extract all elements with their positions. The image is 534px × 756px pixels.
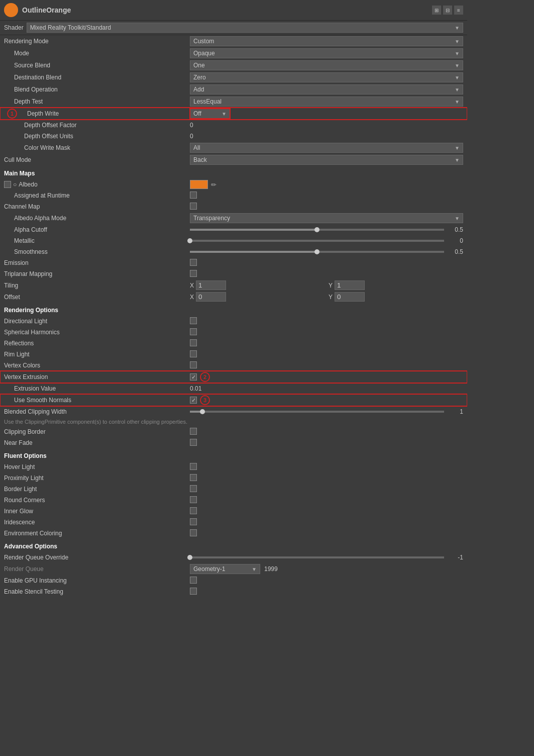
metallic-track[interactable] — [190, 240, 444, 242]
tiling-fields: X Y — [190, 280, 463, 290]
source-blend-label: Source Blend — [4, 62, 190, 69]
depth-offset-units-label: Depth Offset Units — [4, 133, 190, 140]
enable-gpu-checkbox[interactable] — [190, 577, 197, 584]
smoothness-label: Smoothness — [4, 248, 190, 255]
albedo-alpha-dropdown[interactable]: Transparency ▼ — [190, 213, 463, 223]
use-smooth-normals-row: Use Smooth Normals 3 — [0, 394, 467, 406]
proximity-light-checkbox[interactable] — [190, 474, 197, 481]
rendering-mode-label: Rendering Mode — [4, 38, 190, 45]
header-actions: ⊞ ⊟ ≡ — [432, 6, 463, 15]
offset-x-label: X — [190, 294, 194, 301]
alpha-cutoff-track[interactable] — [190, 229, 444, 231]
depth-offset-factor-row: Depth Offset Factor 0 — [0, 120, 467, 131]
alpha-cutoff-fill — [190, 229, 317, 231]
color-write-mask-dropdown[interactable]: All ▼ — [190, 143, 463, 153]
render-queue-value: 1999 — [264, 565, 278, 573]
rendering-mode-row: Rendering Mode Custom ▼ — [0, 35, 467, 47]
near-fade-checkbox[interactable] — [190, 439, 197, 446]
shader-dropdown[interactable]: Mixed Reality Toolkit/Standard ▼ — [27, 23, 463, 33]
assigned-runtime-row: Assigned at Runtime — [0, 190, 467, 201]
render-queue-row: Render Queue Geometry-1 ▼ 1999 — [0, 563, 467, 575]
blend-op-row: Blend Operation Add ▼ — [0, 83, 467, 96]
shader-label: Shader — [4, 24, 24, 31]
tiling-y-label: Y — [329, 282, 333, 289]
depth-write-dropdown[interactable]: Off ▼ — [190, 109, 230, 119]
directional-light-checkbox[interactable] — [190, 317, 197, 324]
dock-icon[interactable]: ⊟ — [443, 6, 452, 15]
offset-y-input[interactable] — [335, 292, 365, 302]
hover-light-row: Hover Light — [0, 461, 467, 472]
reflections-checkbox[interactable] — [190, 339, 197, 346]
alpha-cutoff-slider-row: 0.5 — [190, 226, 463, 233]
tiling-label: Tiling — [4, 282, 190, 289]
smoothness-track[interactable] — [190, 251, 444, 253]
triplanar-checkbox[interactable] — [190, 270, 197, 277]
rim-light-checkbox[interactable] — [190, 350, 197, 357]
albedo-alpha-row: Albedo Alpha Mode Transparency ▼ — [0, 212, 467, 224]
blend-op-dropdown[interactable]: Add ▼ — [190, 84, 463, 94]
iridescence-label: Iridescence — [4, 519, 190, 526]
material-title: OutlineOrange — [22, 6, 432, 14]
render-queue-dropdown[interactable]: Geometry-1 ▼ — [190, 564, 260, 574]
alpha-cutoff-value: 0.5 — [448, 226, 463, 233]
blend-op-label: Blend Operation — [4, 86, 190, 93]
blended-clipping-value: 1 — [448, 408, 463, 415]
spherical-harmonics-label: Spherical Harmonics — [4, 329, 190, 336]
spherical-harmonics-checkbox[interactable] — [190, 328, 197, 335]
source-blend-dropdown[interactable]: One ▼ — [190, 60, 463, 70]
metallic-value: 0 — [448, 237, 463, 244]
environment-coloring-label: Environment Coloring — [4, 530, 190, 537]
dest-blend-dropdown[interactable]: Zero ▼ — [190, 72, 463, 82]
albedo-alpha-label: Albedo Alpha Mode — [4, 215, 190, 222]
depth-test-row: Depth Test LessEqual ▼ — [0, 96, 467, 108]
depth-test-dropdown[interactable]: LessEqual ▼ — [190, 97, 463, 107]
enable-stencil-label: Enable Stencil Testing — [4, 588, 190, 595]
albedo-checkbox[interactable] — [4, 181, 11, 188]
alpha-cutoff-thumb[interactable] — [314, 227, 319, 232]
emission-row: Emission — [0, 257, 467, 268]
border-light-label: Border Light — [4, 486, 190, 493]
rim-light-label: Rim Light — [4, 351, 190, 358]
vertex-extrusion-checkbox[interactable] — [190, 373, 197, 381]
offset-x-input[interactable] — [196, 292, 226, 302]
enable-gpu-row: Enable GPU Instancing — [0, 575, 467, 586]
cull-mode-dropdown[interactable]: Back ▼ — [190, 155, 463, 165]
round-corners-checkbox[interactable] — [190, 496, 197, 503]
use-smooth-normals-checkbox[interactable] — [190, 397, 197, 404]
smoothness-thumb[interactable] — [314, 249, 319, 254]
assigned-runtime-checkbox[interactable] — [190, 192, 197, 199]
border-light-row: Border Light — [0, 484, 467, 495]
rendering-mode-dropdown[interactable]: Custom ▼ — [190, 36, 463, 46]
hover-light-checkbox[interactable] — [190, 463, 197, 470]
inner-glow-checkbox[interactable] — [190, 507, 197, 514]
select-icon[interactable]: ⊞ — [432, 6, 441, 15]
smoothness-row: Smoothness 0.5 — [0, 246, 467, 257]
enable-stencil-row: Enable Stencil Testing — [0, 586, 467, 597]
header: OutlineOrange ⊞ ⊟ ≡ — [0, 0, 467, 21]
border-light-checkbox[interactable] — [190, 485, 197, 492]
enable-stencil-checkbox[interactable] — [190, 588, 197, 595]
vertex-colors-checkbox[interactable] — [190, 361, 197, 368]
inner-glow-row: Inner Glow — [0, 506, 467, 517]
metallic-thumb[interactable] — [187, 238, 192, 243]
tiling-x-input[interactable] — [196, 280, 226, 290]
mode-dropdown[interactable]: Opaque ▼ — [190, 48, 463, 58]
blended-clipping-thumb[interactable] — [200, 409, 205, 414]
blended-clipping-track[interactable] — [190, 411, 444, 413]
blended-clipping-label: Blended Clipping Width — [4, 408, 190, 415]
menu-icon[interactable]: ≡ — [454, 6, 463, 15]
use-smooth-normals-label: Use Smooth Normals — [4, 397, 190, 404]
albedo-color-swatch[interactable] — [190, 180, 208, 189]
channel-map-checkbox[interactable] — [190, 203, 197, 210]
render-queue-override-track[interactable] — [190, 556, 444, 558]
render-queue-override-thumb[interactable] — [187, 555, 192, 560]
assigned-runtime-label: Assigned at Runtime — [4, 192, 190, 199]
tiling-y-input[interactable] — [335, 280, 365, 290]
iridescence-checkbox[interactable] — [190, 518, 197, 525]
depth-offset-units-value: 0 — [190, 133, 463, 140]
clipping-border-checkbox[interactable] — [190, 428, 197, 435]
albedo-edit-icon[interactable]: ✏ — [211, 181, 217, 188]
albedo-row: ○ Albedo ✏ — [0, 179, 467, 190]
emission-checkbox[interactable] — [190, 259, 197, 266]
environment-coloring-checkbox[interactable] — [190, 529, 197, 536]
